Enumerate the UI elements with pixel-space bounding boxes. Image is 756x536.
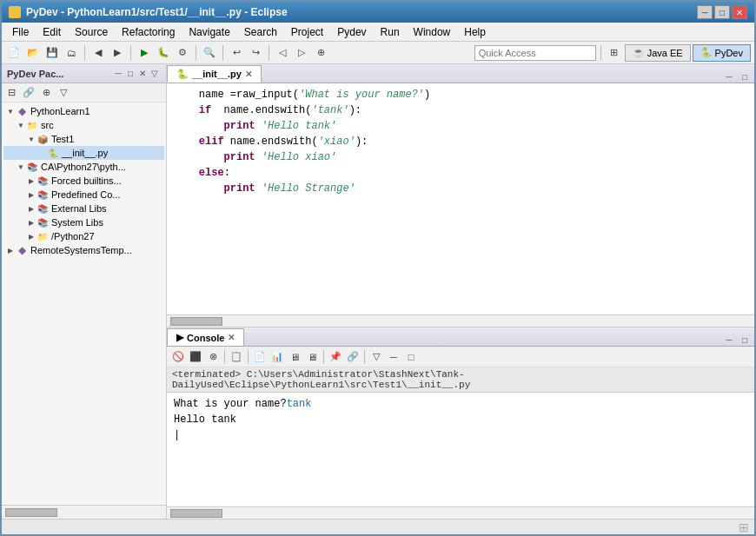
perspective-open-btn[interactable]: ⊞	[606, 44, 623, 62]
tree-item-test1[interactable]: ▼ 📦 Test1	[3, 132, 164, 146]
console-tab-close[interactable]: ✕	[228, 333, 235, 342]
console-stop2[interactable]: ⊗	[205, 349, 221, 365]
arrow-forced[interactable]: ▶	[26, 175, 36, 186]
sidebar: PyDev Pac... ─ □ ✕ ▽ ⊟ 🔗 ⊕ ▽ ▼ ◆ PythonL…	[2, 64, 167, 519]
console-btn3[interactable]: 📄	[252, 349, 268, 365]
console-clear[interactable]: 🚫	[170, 349, 186, 365]
menu-help[interactable]: Help	[457, 24, 493, 40]
sidebar-toolbar: ⊟ 🔗 ⊕ ▽	[2, 83, 166, 103]
console-link[interactable]: 🔗	[345, 349, 361, 365]
arrow-init	[36, 148, 47, 158]
tree-item-init-py[interactable]: 🐍 __init__.py	[3, 146, 164, 160]
sidebar-minimize[interactable]: ─	[112, 68, 124, 80]
sidebar-new[interactable]: ⊕	[38, 85, 54, 101]
console-tab[interactable]: ▶ Console ✕	[167, 328, 244, 346]
menu-search[interactable]: Search	[237, 24, 284, 40]
tree-item-external[interactable]: ▶ 📚 External Libs	[3, 202, 164, 215]
toolbar-run2[interactable]: ⚙	[174, 44, 191, 62]
toolbar-search[interactable]: 🔍	[201, 44, 218, 62]
arrow-remote[interactable]: ▶	[5, 245, 16, 255]
menu-window[interactable]: Window	[407, 24, 458, 40]
toolbar-misc[interactable]: ⊕	[312, 44, 329, 62]
editor-hscroll[interactable]	[167, 314, 754, 327]
sidebar-menu-btn[interactable]: ▽	[56, 85, 71, 101]
tree-item-remote[interactable]: ▶ ◆ RemoteSystemsTemp...	[3, 243, 164, 257]
status-resize: ⊞	[739, 520, 749, 534]
close-button[interactable]: ✕	[732, 5, 747, 19]
toolbar-redo[interactable]: ↪	[247, 44, 264, 62]
menu-file[interactable]: File	[5, 24, 36, 40]
console-pin[interactable]: 📌	[328, 349, 343, 365]
console-copy[interactable]: 📋	[229, 349, 244, 365]
console-area: ▶ Console ✕ ─ □ 🚫 ⬛ ⊗ 📋 📄 📊	[167, 328, 754, 519]
console-maximize[interactable]: □	[739, 334, 751, 346]
sidebar-bottom-scroll[interactable]	[2, 505, 166, 519]
console-btn6[interactable]: 🖥	[304, 349, 320, 365]
arrow-pythonlearn1[interactable]: ▼	[5, 106, 16, 116]
menu-navigate[interactable]: Navigate	[182, 24, 236, 40]
arrow-predefined[interactable]: ▶	[26, 189, 36, 200]
tree-item-pythonlearn1[interactable]: ▼ ◆ PythonLearn1	[3, 104, 164, 118]
menu-pydev[interactable]: Pydev	[330, 24, 373, 40]
console-btn4[interactable]: 📊	[269, 349, 285, 365]
tree-item-python27[interactable]: ▼ 📚 CA\Python27\pyth...	[3, 160, 164, 174]
console-path-text: <terminated> C:\Users\Administrator\Stas…	[172, 369, 470, 390]
editor-hscroll-thumb[interactable]	[170, 317, 222, 326]
tree-item-src[interactable]: ▼ 📁 src	[3, 118, 164, 132]
sidebar-collapse[interactable]: ⊟	[3, 85, 19, 101]
console-stop[interactable]: ⬛	[188, 349, 203, 365]
menu-refactoring[interactable]: Refactoring	[115, 24, 182, 40]
sidebar-maximize[interactable]: □	[124, 68, 136, 80]
sidebar-close[interactable]: ✕	[136, 68, 149, 80]
console-minimize[interactable]: ─	[723, 334, 735, 346]
minimize-button[interactable]: ─	[697, 5, 713, 19]
menu-edit[interactable]: Edit	[36, 24, 68, 40]
toolbar-back[interactable]: ◀	[90, 44, 107, 62]
toolbar-nav-fwd[interactable]: ▷	[293, 44, 310, 62]
toolbar-save-all[interactable]: 🗂	[63, 44, 80, 62]
editor-content[interactable]: name =raw_input('What is your name?') if…	[167, 83, 754, 314]
console-menu-btn[interactable]: ▽	[368, 349, 384, 365]
tree-item-predefined[interactable]: ▶ 📚 Predefined Co...	[3, 188, 164, 202]
pydev-label: PyDev	[715, 48, 743, 58]
arrow-python27b[interactable]: ▶	[26, 231, 36, 242]
toolbar-fwd[interactable]: ▶	[109, 44, 126, 62]
sidebar-menu[interactable]: ▽	[149, 68, 161, 80]
console-hscroll-thumb[interactable]	[170, 509, 222, 518]
toolbar-open[interactable]: 📂	[24, 44, 42, 62]
perspective-pydev[interactable]: 🐍 PyDev	[693, 44, 751, 62]
menu-run[interactable]: Run	[374, 24, 407, 40]
editor-minimize[interactable]: ─	[723, 70, 735, 83]
menu-project[interactable]: Project	[284, 24, 330, 40]
sidebar-link[interactable]: 🔗	[21, 85, 36, 101]
toolbar-debug[interactable]: 🐛	[155, 44, 172, 62]
toolbar-nav-back[interactable]: ◁	[274, 44, 291, 62]
quick-access-input[interactable]	[474, 45, 596, 61]
perspective-java-ee[interactable]: ☕ Java EE	[625, 44, 691, 62]
toolbar-new[interactable]: 📄	[5, 44, 23, 62]
toolbar-undo[interactable]: ↩	[228, 44, 245, 62]
console-btn5[interactable]: 🖥	[287, 349, 302, 365]
toolbar-save[interactable]: 💾	[43, 44, 61, 62]
code-line-7: print 'Hello Strange'	[174, 181, 747, 196]
sidebar-hscroll-thumb[interactable]	[5, 508, 57, 517]
tree-label-python27b: /Python27	[51, 231, 95, 242]
menu-source[interactable]: Source	[68, 24, 115, 40]
console-hscroll[interactable]	[167, 506, 754, 519]
editor-tab-close[interactable]: ✕	[245, 69, 252, 79]
tree-item-system[interactable]: ▶ 📚 System Libs	[3, 215, 164, 229]
console-maximize-btn[interactable]: □	[403, 349, 419, 365]
toolbar-run[interactable]: ▶	[136, 44, 153, 62]
console-content[interactable]: What is your name?tank Hello tank |	[167, 393, 754, 506]
arrow-src[interactable]: ▼	[16, 120, 26, 130]
editor-maximize[interactable]: □	[739, 70, 751, 83]
arrow-external[interactable]: ▶	[26, 203, 36, 214]
tree-item-python27b[interactable]: ▶ 📁 /Python27	[3, 229, 164, 243]
arrow-test1[interactable]: ▼	[26, 134, 36, 144]
console-minimize-btn[interactable]: ─	[386, 349, 401, 365]
arrow-python27[interactable]: ▼	[16, 162, 26, 172]
arrow-system[interactable]: ▶	[26, 217, 36, 228]
maximize-button[interactable]: □	[714, 5, 730, 19]
editor-tab-init[interactable]: 🐍 __init__.py ✕	[167, 65, 262, 83]
tree-item-forced[interactable]: ▶ 📚 Forced builtins...	[3, 174, 164, 188]
